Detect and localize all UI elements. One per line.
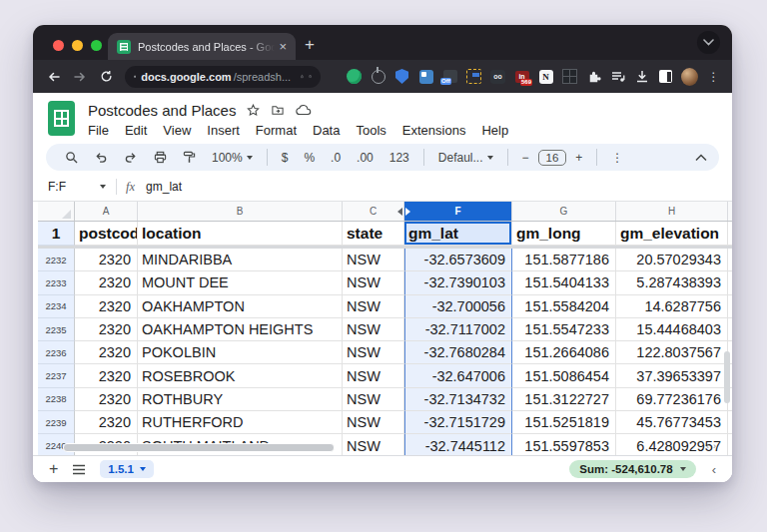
- grid-extension-icon[interactable]: [561, 68, 578, 85]
- cell-gm-lat[interactable]: -32.7680284: [404, 341, 512, 364]
- share-icon[interactable]: [301, 70, 304, 83]
- cell-state[interactable]: NSW: [343, 341, 404, 364]
- menu-format[interactable]: Format: [256, 123, 297, 138]
- decrease-decimals-button[interactable]: .0: [324, 151, 348, 165]
- table-row[interactable]: 2239 2320 RUTHERFORD NSW -32.7151729 151…: [38, 411, 732, 434]
- cell-postcode-header[interactable]: postcode: [75, 222, 138, 246]
- grammarly-extension-icon[interactable]: [346, 68, 363, 85]
- header-data-row[interactable]: 1 postcode location state gm_lat gm_long…: [38, 222, 732, 246]
- cell-postcode[interactable]: 2320: [75, 411, 138, 434]
- more-formats-button[interactable]: 123: [383, 151, 416, 165]
- sheets-logo-icon[interactable]: [48, 101, 75, 136]
- menu-insert[interactable]: Insert: [207, 123, 240, 138]
- doc-title[interactable]: Postcodes and Places: [88, 102, 236, 119]
- cell-gmelevation-header[interactable]: gm_elevation: [616, 222, 728, 246]
- zoom-select[interactable]: 100%: [205, 151, 260, 165]
- zoom-window-button[interactable]: [91, 40, 102, 51]
- playlist-extension-icon[interactable]: [609, 68, 626, 85]
- cell-state[interactable]: NSW: [343, 364, 404, 387]
- notion-extension-icon[interactable]: N: [537, 68, 554, 85]
- cell-postcode[interactable]: 2320: [75, 341, 138, 364]
- browser-tab[interactable]: Postcodes and Places - Googl ×: [108, 33, 296, 60]
- cell-gm-lat[interactable]: -32.7134732: [404, 388, 512, 411]
- cell-location[interactable]: ROSEBROOK: [138, 364, 343, 387]
- cell-location[interactable]: MOUNT DEE: [138, 271, 343, 294]
- cell-gm-lat[interactable]: -32.7390103: [404, 271, 512, 294]
- cell-state-header[interactable]: state: [343, 222, 404, 246]
- cell-postcode[interactable]: 2320: [75, 249, 138, 271]
- menu-tools[interactable]: Tools: [356, 123, 385, 138]
- column-header-h[interactable]: H: [616, 202, 728, 221]
- cloud-status-icon[interactable]: [296, 104, 312, 116]
- menu-help[interactable]: Help: [481, 123, 508, 138]
- cell-gm-lat[interactable]: -32.647006: [404, 364, 512, 387]
- all-sheets-menu-icon[interactable]: [72, 464, 86, 475]
- menu-file[interactable]: File: [88, 123, 109, 138]
- cell-gm-long[interactable]: 151.5547233: [512, 318, 616, 341]
- linkedin-extension-icon[interactable]: in569: [513, 68, 530, 85]
- table-row[interactable]: 2235 2320 OAKHAMPTON HEIGHTS NSW -32.711…: [38, 318, 732, 341]
- star-icon[interactable]: [247, 104, 260, 117]
- darkmode-extension-icon[interactable]: Off: [441, 68, 458, 85]
- cell-gm-long[interactable]: 151.5086454: [512, 364, 616, 387]
- browser-menu-icon[interactable]: ⋮: [705, 68, 722, 85]
- cell-postcode[interactable]: 2320: [75, 318, 138, 341]
- cell-gm-lat[interactable]: -32.7117002: [404, 318, 512, 341]
- cell-gm-long[interactable]: 151.5584204: [512, 295, 616, 318]
- cell-state[interactable]: NSW: [343, 249, 404, 271]
- row-number[interactable]: 2234: [38, 295, 75, 318]
- cell-gm-elevation[interactable]: 20.57029343: [616, 249, 728, 271]
- cell-postcode[interactable]: 2320: [75, 388, 138, 411]
- window-controls[interactable]: [53, 40, 102, 51]
- download-icon[interactable]: [633, 68, 650, 85]
- menu-edit[interactable]: Edit: [125, 123, 147, 138]
- password-extension-icon[interactable]: [417, 68, 434, 85]
- search-menus-button[interactable]: [58, 151, 85, 164]
- table-row[interactable]: 2236 2320 POKOLBIN NSW -32.7680284 151.2…: [38, 341, 732, 364]
- cell-state[interactable]: NSW: [343, 411, 404, 434]
- cell-location[interactable]: OAKHAMPTON HEIGHTS: [138, 318, 343, 341]
- cell-gm-long[interactable]: 151.5251819: [512, 411, 616, 434]
- cell-gm-lat[interactable]: -32.700056: [404, 295, 512, 318]
- cell-location[interactable]: MINDARIBBA: [138, 249, 343, 271]
- row-number[interactable]: 2237: [38, 364, 75, 387]
- increase-decimals-button[interactable]: .00: [350, 151, 381, 165]
- spreadsheet-grid[interactable]: A B C F G H 1 postcode location state gm…: [33, 202, 732, 455]
- redo-button[interactable]: [117, 151, 145, 164]
- show-hidden-columns-right-icon[interactable]: [405, 208, 410, 216]
- selector-extension-icon[interactable]: [465, 68, 482, 85]
- cell-postcode[interactable]: 2320: [75, 364, 138, 387]
- row-number[interactable]: 2232: [38, 249, 75, 271]
- cell-state[interactable]: NSW: [343, 434, 404, 455]
- cell-gm-lat[interactable]: -32.6573609: [404, 249, 512, 271]
- table-row[interactable]: 2234 2320 OAKHAMPTON NSW -32.700056 151.…: [38, 295, 732, 318]
- text-style-select[interactable]: Defaul...: [431, 151, 500, 165]
- cell-gm-elevation[interactable]: 5.287438393: [616, 271, 728, 294]
- cell-gm-elevation[interactable]: 14.6287756: [616, 295, 728, 318]
- name-box[interactable]: F:F: [48, 180, 114, 194]
- row-number[interactable]: 2236: [38, 341, 75, 364]
- menu-data[interactable]: Data: [313, 123, 340, 138]
- table-row[interactable]: 2233 2320 MOUNT DEE NSW -32.7390103 151.…: [38, 271, 732, 294]
- bookmark-star-icon[interactable]: [309, 70, 312, 83]
- cell-gm-elevation[interactable]: 15.44468403: [616, 318, 728, 341]
- sheet-tab-menu-icon[interactable]: [140, 467, 146, 471]
- cell-location[interactable]: OAKHAMPTON: [138, 295, 343, 318]
- back-button[interactable]: [43, 66, 65, 88]
- address-bar[interactable]: docs.google.com /spreadsh...: [125, 66, 321, 88]
- column-header-a[interactable]: A: [75, 202, 138, 221]
- table-row[interactable]: 2238 2320 ROTHBURY NSW -32.7134732 151.3…: [38, 388, 732, 411]
- cell-postcode[interactable]: 2320: [75, 271, 138, 294]
- cell-gm-elevation[interactable]: 37.39653397: [616, 364, 728, 387]
- forward-button[interactable]: [69, 66, 91, 88]
- hide-menus-button[interactable]: [695, 154, 707, 162]
- font-size-input[interactable]: 16: [538, 150, 567, 166]
- table-row[interactable]: 2237 2320 ROSEBROOK NSW -32.647006 151.5…: [38, 364, 732, 387]
- row-number[interactable]: 2239: [38, 411, 75, 434]
- column-header-c[interactable]: C: [343, 202, 404, 221]
- select-all-corner[interactable]: [38, 202, 75, 221]
- menu-view[interactable]: View: [163, 123, 191, 138]
- cell-postcode[interactable]: 2320: [75, 295, 138, 318]
- sidebar-toggle-icon[interactable]: [657, 68, 674, 85]
- cell-gm-elevation[interactable]: 122.8037567: [616, 341, 728, 364]
